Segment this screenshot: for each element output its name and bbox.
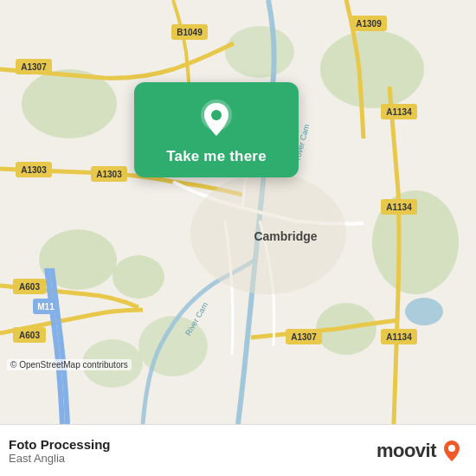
svg-point-4 bbox=[320, 30, 424, 108]
svg-text:A603: A603 bbox=[19, 282, 40, 292]
svg-text:A1307: A1307 bbox=[21, 62, 47, 72]
moovit-logo: moovit bbox=[376, 439, 464, 463]
svg-text:A1307: A1307 bbox=[291, 332, 317, 342]
svg-text:A1134: A1134 bbox=[386, 332, 412, 342]
svg-point-10 bbox=[405, 298, 443, 325]
osm-credit: © OpenStreetMap contributors bbox=[7, 359, 132, 370]
location-name: Foto Processing bbox=[9, 437, 111, 452]
map-pin-icon bbox=[196, 98, 237, 139]
take-me-there-popup[interactable]: Take me there bbox=[134, 82, 299, 177]
svg-text:A1134: A1134 bbox=[386, 203, 412, 212]
svg-text:A1303: A1303 bbox=[21, 165, 47, 175]
take-me-there-label: Take me there bbox=[166, 148, 267, 165]
moovit-text: moovit bbox=[376, 440, 436, 462]
map-container: A1307 B1049 A1309 A1303 A1303 M11 A603 A… bbox=[0, 0, 476, 424]
svg-text:A1309: A1309 bbox=[356, 19, 382, 29]
svg-point-7 bbox=[225, 26, 294, 78]
svg-text:A1134: A1134 bbox=[386, 107, 412, 117]
svg-point-42 bbox=[448, 445, 455, 452]
svg-text:B1049: B1049 bbox=[177, 28, 203, 37]
svg-text:A1303: A1303 bbox=[96, 170, 122, 179]
svg-text:Cambridge: Cambridge bbox=[254, 229, 317, 243]
moovit-pin-icon bbox=[440, 439, 464, 463]
location-region: East Anglia bbox=[9, 452, 111, 465]
location-info: Foto Processing East Anglia bbox=[9, 437, 111, 465]
svg-text:A603: A603 bbox=[19, 331, 40, 340]
svg-point-41 bbox=[211, 110, 222, 120]
svg-text:M11: M11 bbox=[37, 302, 55, 312]
bottom-bar: Foto Processing East Anglia moovit bbox=[0, 424, 476, 476]
svg-point-3 bbox=[113, 255, 164, 299]
